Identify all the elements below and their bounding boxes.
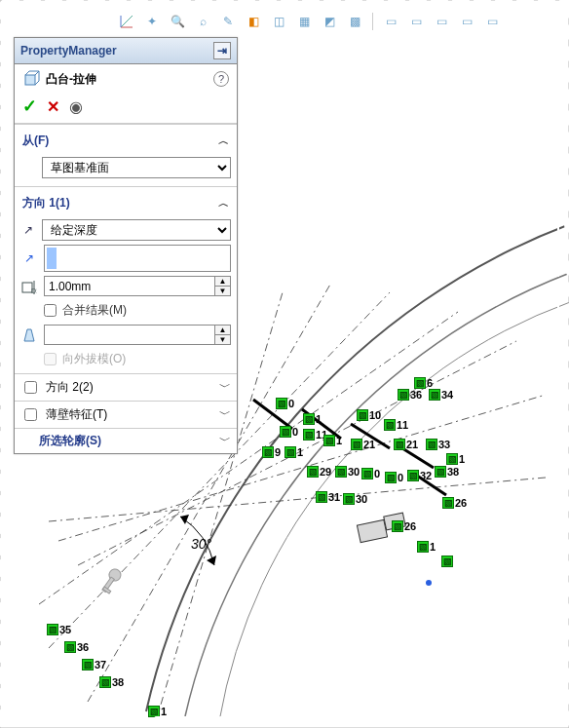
svg-rect-23 [25, 75, 35, 85]
direction-vector-icon[interactable]: ↗ [20, 251, 38, 265]
sketch-constraint-marker[interactable]: ▧1 [323, 435, 342, 446]
sketch-constraint-marker[interactable]: ▧26 [442, 497, 467, 509]
dir2-label: 方向 2(2) [46, 379, 94, 396]
sketch-constraint-marker[interactable]: ▧21 [351, 439, 375, 450]
property-manager-panel: PropertyManager ⇥ 凸台-拉伸 ? ✓ ✕ ◉ 从(F) ︿ 草… [14, 37, 238, 454]
svg-point-19 [426, 580, 432, 586]
dir1-label: 方向 1(1) [22, 195, 70, 211]
toolbar-separator [372, 13, 373, 30]
sketch-constraint-marker[interactable]: ▧1 [446, 453, 465, 465]
from-section-header[interactable]: 从(F) ︿ [20, 129, 231, 153]
contours-section-header[interactable]: 所选轮廓(S) ﹀ [15, 428, 237, 453]
sketch-constraint-marker[interactable]: ▧11 [384, 419, 408, 431]
sketch-constraint-marker[interactable]: ▧0 [276, 398, 294, 409]
zoom-icon[interactable]: 🔍 [168, 12, 187, 31]
sketch-constraint-marker[interactable]: ▧38 [99, 676, 124, 688]
ok-button[interactable]: ✓ [22, 96, 37, 117]
from-select[interactable]: 草图基准面 [42, 157, 231, 178]
chevron-up-icon: ︿ [218, 196, 229, 211]
sketch-constraint-marker[interactable]: ▧21 [394, 439, 418, 450]
sketch-constraint-marker[interactable]: ▧1 [284, 446, 303, 458]
color-icon[interactable]: ◧ [244, 12, 263, 31]
dir2-checkbox[interactable] [24, 381, 37, 394]
sketch-icon[interactable]: ✎ [218, 12, 238, 31]
sketch-constraint-marker[interactable]: ▧26 [392, 520, 416, 532]
sketch-constraint-marker[interactable]: ▧10 [357, 409, 381, 421]
svg-marker-7 [180, 515, 189, 524]
telescope-icon[interactable]: ⌕ [193, 12, 212, 31]
svg-marker-32 [24, 329, 34, 341]
view-toolbar: ✦ 🔍 ⌕ ✎ ◧ ◫ ▦ ◩ ▩ ▭ ▭ ▭ ▭ ▭ [117, 12, 502, 31]
sketch-constraint-marker[interactable]: ▧9 [262, 446, 281, 458]
display-style-2-icon[interactable]: ▦ [294, 12, 314, 31]
end-condition-select[interactable]: 给定深度 [42, 219, 231, 241]
thin-section-header[interactable]: 薄壁特征(T) ﹀ [15, 401, 237, 428]
monitor-5-icon[interactable]: ▭ [482, 12, 502, 31]
depth-spinner[interactable]: ▲▼ [44, 276, 231, 296]
point-icon[interactable]: ✦ [142, 12, 162, 31]
angle-label: 30° [191, 536, 211, 552]
feature-name: 凸台-拉伸 [46, 71, 96, 88]
display-style-3-icon[interactable]: ◩ [320, 12, 339, 31]
monitor-2-icon[interactable]: ▭ [406, 12, 426, 31]
extrude-icon [22, 70, 40, 88]
sketch-constraint-marker[interactable]: ▧36 [64, 641, 89, 653]
sketch-constraint-marker[interactable]: ▧1 [417, 541, 436, 553]
monitor-3-icon[interactable]: ▭ [432, 12, 451, 31]
chevron-down-icon: ﹀ [219, 406, 231, 423]
sketch-constraint-marker[interactable]: ▧0 [280, 426, 298, 438]
svg-line-20 [121, 16, 133, 27]
sketch-constraint-marker[interactable]: ▧32 [407, 470, 432, 481]
sketch-constraint-marker[interactable]: ▧30 [343, 493, 367, 505]
display-style-1-icon[interactable]: ◫ [269, 12, 288, 31]
reverse-direction-icon[interactable]: ↗ [20, 223, 36, 237]
spin-down[interactable]: ▼ [215, 335, 230, 344]
sketch-constraint-marker[interactable]: ▧0 [361, 468, 380, 479]
help-icon[interactable]: ? [213, 71, 229, 87]
sketch-constraint-marker[interactable]: ▧37 [82, 659, 106, 671]
draft-icon[interactable] [20, 327, 38, 343]
svg-line-0 [49, 478, 546, 521]
sketch-constraint-marker[interactable]: ▧30 [335, 466, 360, 478]
thin-checkbox[interactable] [24, 408, 37, 421]
svg-text:D1: D1 [31, 287, 37, 294]
svg-rect-9 [357, 519, 387, 542]
draft-input[interactable] [45, 326, 214, 344]
sketch-constraint-marker[interactable]: ▧1 [148, 706, 167, 717]
sketch-constraint-marker[interactable]: ▧31 [316, 491, 340, 503]
merge-result-checkbox[interactable]: 合并结果(M) [20, 300, 231, 321]
sketch-constraint-marker[interactable]: ▧33 [426, 439, 450, 450]
chevron-down-icon: ﹀ [219, 433, 231, 449]
svg-marker-8 [207, 556, 216, 565]
sketch-constraint-marker[interactable]: ▧36 [398, 389, 422, 401]
axis-icon[interactable] [117, 12, 136, 31]
dir1-section-header[interactable]: 方向 1(1) ︿ [20, 191, 231, 215]
sketch-constraint-marker[interactable]: ▧1 [303, 413, 322, 425]
depth-input[interactable] [45, 277, 214, 295]
dir2-section-header[interactable]: 方向 2(2) ﹀ [15, 373, 237, 401]
draft-spinner[interactable]: ▲▼ [44, 325, 231, 345]
monitor-1-icon[interactable]: ▭ [381, 12, 400, 31]
cancel-button[interactable]: ✕ [47, 97, 59, 116]
spin-up[interactable]: ▲ [215, 326, 230, 335]
sketch-constraint-marker[interactable]: ▧0 [385, 472, 403, 483]
sketch-constraint-marker[interactable]: ▧6 [414, 377, 433, 389]
merge-label: 合并结果(M) [62, 302, 127, 319]
sketch-constraint-marker[interactable]: ▧29 [307, 466, 331, 478]
sketch-constraint-marker[interactable]: ▧ [441, 556, 454, 567]
display-style-4-icon[interactable]: ▩ [345, 12, 364, 31]
sketch-constraint-marker[interactable]: ▧38 [435, 466, 459, 478]
spin-down[interactable]: ▼ [215, 287, 230, 295]
preview-icon[interactable]: ◉ [69, 97, 83, 116]
panel-title: PropertyManager [20, 44, 117, 57]
from-label: 从(F) [22, 133, 49, 149]
monitor-4-icon[interactable]: ▭ [457, 12, 476, 31]
pin-icon[interactable]: ⇥ [213, 42, 231, 59]
sketch-constraint-marker[interactable]: ▧35 [47, 624, 71, 635]
direction-reference-input[interactable] [44, 245, 231, 272]
contours-label: 所选轮廓(S) [39, 433, 101, 449]
spin-up[interactable]: ▲ [215, 277, 230, 287]
sketch-constraint-marker[interactable]: ▧34 [429, 389, 453, 401]
depth-icon: D1 [20, 279, 38, 294]
chevron-up-icon: ︿ [218, 134, 229, 148]
